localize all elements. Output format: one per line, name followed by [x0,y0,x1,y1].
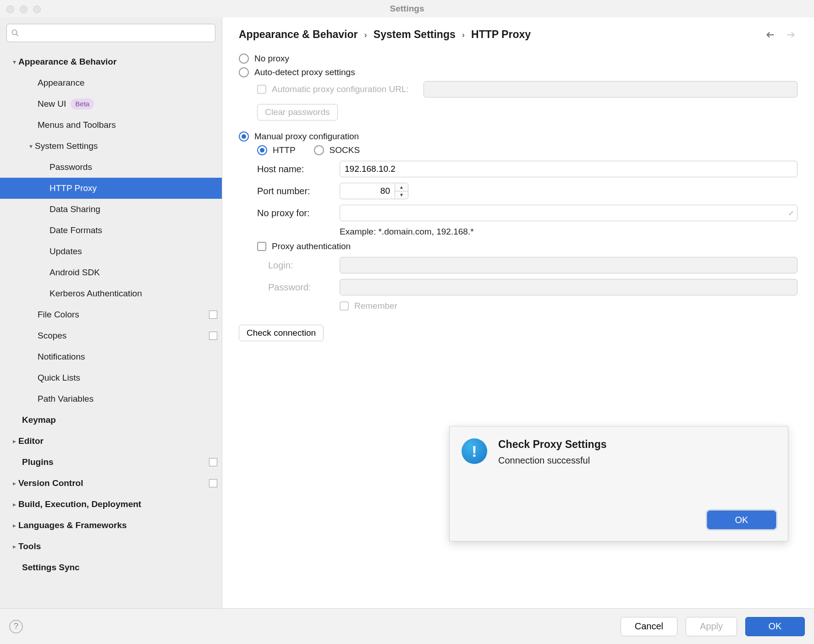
tree-label: Appearance & Behavior [18,51,116,72]
port-stepper[interactable]: ▲ ▼ [395,183,408,199]
breadcrumb: Appearance & Behavior › System Settings … [222,17,814,48]
radio-socks[interactable]: SOCKS [314,145,360,155]
tree-item-version-control[interactable]: ▸Version Control [0,473,222,494]
settings-window: Settings ▾Appearance & Behavior Appearan… [0,0,814,644]
tree-item-languages[interactable]: ▸Languages & Frameworks [0,515,222,536]
auto-|-url-input [424,81,798,98]
tree-item-updates[interactable]: Updates [0,241,222,262]
checkbox-label: Remember [354,301,397,311]
tree-label: Data Sharing [50,199,100,220]
tree-item-plugins[interactable]: Plugins [0,452,222,473]
svg-point-0 [12,30,17,35]
tree-item-http-proxy[interactable]: HTTP Proxy [0,178,222,199]
tree-item-kerberos[interactable]: Kerberos Authentication [0,283,222,304]
crumb-system-settings[interactable]: System Settings [374,28,456,41]
beta-badge: Beta [71,98,94,109]
tree-item-quick-lists[interactable]: Quick Lists [0,367,222,388]
tree-label: New UI [38,93,66,115]
tree-label: Appearance [38,72,84,93]
tree-item-tools[interactable]: ▸Tools [0,536,222,557]
tree-label: Plugins [22,452,54,473]
tree-item-system-settings[interactable]: ▾System Settings [0,136,222,157]
host-name-input[interactable] [340,161,798,177]
radio-label: SOCKS [330,145,360,155]
close-window-icon[interactable] [6,5,14,13]
tree-item-appearance-behavior[interactable]: ▾Appearance & Behavior [0,51,222,72]
tree-item-file-colors[interactable]: File Colors [0,304,222,325]
tree-label: Languages & Frameworks [18,515,127,536]
login-input [340,257,798,273]
minimize-window-icon[interactable] [20,5,28,13]
window-title: Settings [390,4,424,14]
tree-item-scopes[interactable]: Scopes [0,325,222,346]
no-proxy-for-label: No proxy for: [257,208,330,218]
tree-label: Updates [50,241,82,262]
apply-button: Apply [686,617,737,636]
tree-label: Quick Lists [38,367,80,388]
tree-label: Menus and Toolbars [38,115,116,136]
radio-no-proxy[interactable]: No proxy [239,54,798,64]
tree-item-passwords[interactable]: Passwords [0,157,222,178]
tree-item-path-variables[interactable]: Path Variables [0,388,222,409]
search-input[interactable] [6,24,215,42]
crumb-appearance-behavior[interactable]: Appearance & Behavior [239,28,358,41]
check-connection-button[interactable]: Check connection [239,325,324,341]
no-proxy-example: Example: *.domain.com, 192.168.* [340,227,798,237]
ok-button[interactable]: OK [745,617,805,636]
tree-item-menus-toolbars[interactable]: Menus and Toolbars [0,115,222,136]
tree-item-new-ui[interactable]: New UIBeta [0,93,222,115]
zoom-window-icon[interactable] [33,5,41,13]
help-icon[interactable]: ? [9,620,23,633]
search-field-wrap [6,24,215,42]
radio-icon [257,145,267,155]
breadcrumb-separator: › [364,30,367,40]
tree-label: File Colors [38,304,79,325]
tree-label: Keymap [22,409,56,431]
tree-item-date-formats[interactable]: Date Formats [0,220,222,241]
tree-item-notifications[interactable]: Notifications [0,346,222,367]
settings-tree: ▾Appearance & Behavior Appearance New UI… [0,47,222,608]
clear-passwords-button: Clear passwords [257,104,338,120]
password-input [340,279,798,295]
radio-label: HTTP [273,145,296,155]
check-proxy-dialog: ! Check Proxy Settings Connection succes… [449,426,788,541]
tree-item-build[interactable]: ▸Build, Execution, Deployment [0,494,222,515]
svg-line-1 [16,34,18,36]
chevron-right-icon: ▸ [10,431,18,452]
tree-label: Tools [18,536,41,557]
tree-item-settings-sync[interactable]: Settings Sync [0,557,222,578]
radio-label: Auto-detect proxy settings [254,67,355,77]
tree-item-android-sdk[interactable]: Android SDK [0,262,222,283]
radio-icon [314,145,324,155]
tree-item-keymap[interactable]: Keymap [0,409,222,431]
stepper-up-icon[interactable]: ▲ [395,183,408,191]
login-label: Login: [257,260,330,271]
dialog-ok-button[interactable]: OK [707,511,776,529]
tree-label: Editor [18,431,44,452]
tree-label: Kerberos Authentication [50,283,142,304]
tree-label: Date Formats [50,220,102,241]
stepper-down-icon[interactable]: ▼ [395,191,408,199]
tree-item-appearance[interactable]: Appearance [0,72,222,93]
no-proxy-for-input[interactable] [340,205,798,221]
radio-manual[interactable]: Manual proxy configuration [239,131,798,142]
chevron-down-icon: ▾ [27,136,35,157]
port-number-input[interactable] [340,183,395,199]
project-level-icon [209,332,217,340]
radio-auto-detect[interactable]: Auto-detect proxy settings [239,67,798,77]
host-name-label: Host name: [257,164,330,175]
tree-label: Passwords [50,157,92,178]
tree-label: Path Variables [38,388,94,409]
port-number-label: Port number: [257,186,330,196]
tree-item-data-sharing[interactable]: Data Sharing [0,199,222,220]
checkbox-proxy-auth[interactable]: Proxy authentication [257,241,798,251]
tree-label: Settings Sync [22,557,80,578]
tree-item-editor[interactable]: ▸Editor [0,431,222,452]
chevron-right-icon: ▸ [10,515,18,536]
radio-http[interactable]: HTTP [257,145,296,155]
project-level-icon [209,311,217,319]
cancel-button[interactable]: Cancel [621,617,677,636]
tree-label: System Settings [35,136,98,157]
back-icon[interactable] [765,30,776,40]
expand-icon[interactable]: ⤢ [788,209,794,217]
